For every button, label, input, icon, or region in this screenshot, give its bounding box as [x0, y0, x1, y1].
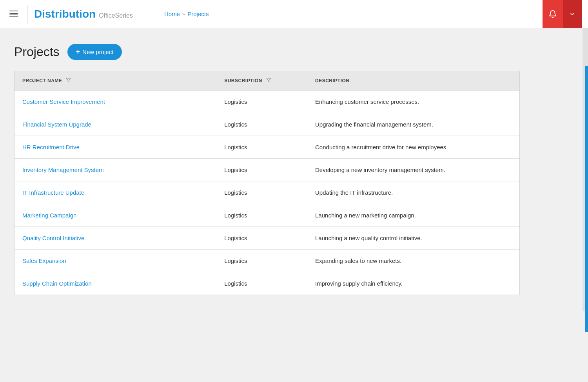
- header-actions: [543, 0, 582, 28]
- table-header-row: PROJECT NAME SUBSCRIPTION: [15, 71, 519, 91]
- project-name-cell: Quality Control Initiative: [15, 227, 216, 250]
- brand-name: Distribution: [34, 8, 96, 20]
- subscription-cell: Logistics: [216, 250, 307, 272]
- breadcrumb-home[interactable]: Home: [164, 11, 180, 17]
- project-name-link[interactable]: HR Recruitment Drive: [22, 144, 80, 150]
- plus-icon: +: [76, 48, 80, 56]
- project-name-link[interactable]: Supply Chain Optimization: [22, 280, 92, 287]
- table-row: Supply Chain OptimizationLogisticsImprov…: [15, 272, 519, 295]
- subscription-cell: Logistics: [216, 136, 307, 159]
- table-row: Marketing CampaignLogisticsLaunching a n…: [15, 204, 519, 227]
- breadcrumb: Home » Projects: [164, 11, 209, 17]
- projects-table: PROJECT NAME SUBSCRIPTION: [15, 71, 519, 295]
- col-header-subscription: SUBSCRIPTION: [216, 71, 307, 91]
- subscription-cell: Logistics: [216, 204, 307, 227]
- svg-marker-1: [267, 78, 271, 82]
- subscription-cell: Logistics: [216, 181, 307, 204]
- table-row: Customer Service ImprovementLogisticsEnh…: [15, 91, 519, 113]
- project-name-link[interactable]: Customer Service Improvement: [22, 98, 105, 105]
- table-row: IT Infrastructure UpdateLogisticsUpdatin…: [15, 181, 519, 204]
- breadcrumb-separator: »: [182, 11, 185, 17]
- main-content: Projects + New project PROJECT NAME: [0, 28, 588, 311]
- description-cell: Updating the IT infrastructure.: [307, 181, 519, 204]
- table-row: Inventory Management SystemLogisticsDeve…: [15, 159, 519, 181]
- project-name-cell: Sales Expansion: [15, 250, 216, 272]
- project-name-cell: Customer Service Improvement: [15, 91, 216, 113]
- project-name-cell: Marketing Campaign: [15, 204, 216, 227]
- scrollbar-track: [583, 28, 588, 311]
- project-name-cell: Inventory Management System: [15, 159, 216, 181]
- subscription-cell: Logistics: [216, 113, 307, 136]
- col-header-project-name: PROJECT NAME: [15, 71, 216, 91]
- project-name-link[interactable]: Quality Control Initiative: [22, 235, 84, 241]
- bell-button[interactable]: [543, 0, 563, 28]
- new-project-label: New project: [82, 49, 113, 55]
- project-name-link[interactable]: Marketing Campaign: [22, 212, 76, 219]
- page-header: Projects + New project: [14, 44, 574, 60]
- project-name-link[interactable]: IT Infrastructure Update: [22, 189, 84, 196]
- bell-icon: [548, 10, 557, 18]
- table-body: Customer Service ImprovementLogisticsEnh…: [15, 91, 519, 295]
- table-row: Sales ExpansionLogisticsExpanding sales …: [15, 250, 519, 272]
- subscription-cell: Logistics: [216, 272, 307, 295]
- subscription-cell: Logistics: [216, 91, 307, 113]
- table-row: HR Recruitment DriveLogisticsConducting …: [15, 136, 519, 159]
- dropdown-button[interactable]: [563, 0, 582, 28]
- svg-marker-0: [66, 78, 71, 82]
- scrollbar-thumb[interactable]: [585, 66, 588, 332]
- description-cell: Enhancing customer service processes.: [307, 91, 519, 113]
- table-row: Quality Control InitiativeLogisticsLaunc…: [15, 227, 519, 250]
- description-cell: Expanding sales to new markets.: [307, 250, 519, 272]
- description-cell: Conducting a recruitment drive for new e…: [307, 136, 519, 159]
- col-header-description: DESCRIPTION: [307, 71, 519, 91]
- header-brand: Distribution OfficeSeries: [34, 8, 133, 20]
- description-cell: Launching a new quality control initiati…: [307, 227, 519, 250]
- chevron-down-icon: [569, 11, 575, 17]
- description-cell: Upgrading the financial management syste…: [307, 113, 519, 136]
- breadcrumb-current: Projects: [187, 11, 209, 17]
- project-name-link[interactable]: Financial System Upgrade: [22, 121, 91, 128]
- project-name-link[interactable]: Sales Expansion: [22, 257, 66, 264]
- subscription-cell: Logistics: [216, 227, 307, 250]
- filter-icon-name[interactable]: [66, 78, 71, 84]
- menu-icon[interactable]: [6, 7, 21, 21]
- projects-table-container: PROJECT NAME SUBSCRIPTION: [14, 71, 520, 295]
- description-cell: Improving supply chain efficiency.: [307, 272, 519, 295]
- project-name-cell: Supply Chain Optimization: [15, 272, 216, 295]
- table-row: Financial System UpgradeLogisticsUpgradi…: [15, 113, 519, 136]
- project-name-cell: HR Recruitment Drive: [15, 136, 216, 159]
- description-cell: Developing a new inventory management sy…: [307, 159, 519, 181]
- page-title: Projects: [14, 45, 60, 59]
- subscription-cell: Logistics: [216, 159, 307, 181]
- header: Distribution OfficeSeries Home » Project…: [0, 0, 588, 28]
- brand-sub: OfficeSeries: [99, 12, 133, 19]
- project-name-link[interactable]: Inventory Management System: [22, 167, 104, 173]
- project-name-cell: Financial System Upgrade: [15, 113, 216, 136]
- header-separator: [27, 5, 28, 24]
- project-name-cell: IT Infrastructure Update: [15, 181, 216, 204]
- description-cell: Launching a new marketing campaign.: [307, 204, 519, 227]
- filter-icon-subscription[interactable]: [266, 78, 271, 84]
- new-project-button[interactable]: + New project: [67, 44, 122, 60]
